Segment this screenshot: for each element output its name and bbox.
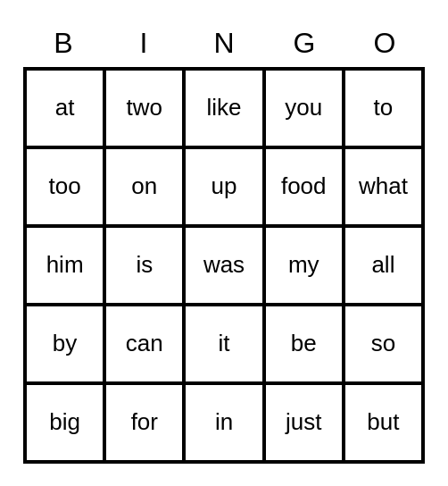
bingo-cell-2-0: him (25, 226, 104, 305)
bingo-cell-3-1: can (104, 305, 184, 383)
bingo-cell-2-1: is (104, 226, 184, 305)
bingo-row-2: himiswasmyall (25, 226, 423, 305)
bingo-cell-4-1: for (104, 383, 184, 462)
header-letter-B: B (23, 23, 104, 63)
header-letter-O: O (344, 23, 425, 63)
bingo-cell-1-3: food (264, 147, 344, 226)
bingo-cell-4-0: big (25, 383, 104, 462)
bingo-row-4: bigforinjustbut (25, 383, 423, 462)
bingo-cell-1-0: too (25, 147, 104, 226)
bingo-cell-2-2: was (184, 226, 263, 305)
bingo-cell-0-2: like (184, 69, 263, 147)
header-letter-N: N (184, 23, 264, 63)
bingo-cell-3-0: by (25, 305, 104, 383)
bingo-cell-2-3: my (264, 226, 344, 305)
bingo-cell-1-1: on (104, 147, 184, 226)
bingo-cell-4-3: just (264, 383, 344, 462)
bingo-cell-0-1: two (104, 69, 184, 147)
bingo-cell-0-4: to (344, 69, 423, 147)
bingo-cell-4-4: but (344, 383, 423, 462)
bingo-grid: attwolikeyoutotooonupfoodwhathimiswasmya… (23, 67, 425, 464)
bingo-row-1: tooonupfoodwhat (25, 147, 423, 226)
bingo-cell-3-2: it (184, 305, 263, 383)
bingo-cell-1-2: up (184, 147, 263, 226)
bingo-cell-0-0: at (25, 69, 104, 147)
bingo-row-0: attwolikeyouto (25, 69, 423, 147)
bingo-cell-3-4: so (344, 305, 423, 383)
header-letter-I: I (104, 23, 184, 63)
bingo-cell-2-4: all (344, 226, 423, 305)
bingo-cell-3-3: be (264, 305, 344, 383)
bingo-row-3: bycanitbeso (25, 305, 423, 383)
bingo-cell-4-2: in (184, 383, 263, 462)
bingo-cell-0-3: you (264, 69, 344, 147)
bingo-cell-1-4: what (344, 147, 423, 226)
bingo-header: BINGO (23, 23, 425, 63)
bingo-board: BINGO attwolikeyoutotooonupfoodwhathimis… (23, 23, 425, 464)
header-letter-G: G (264, 23, 344, 63)
